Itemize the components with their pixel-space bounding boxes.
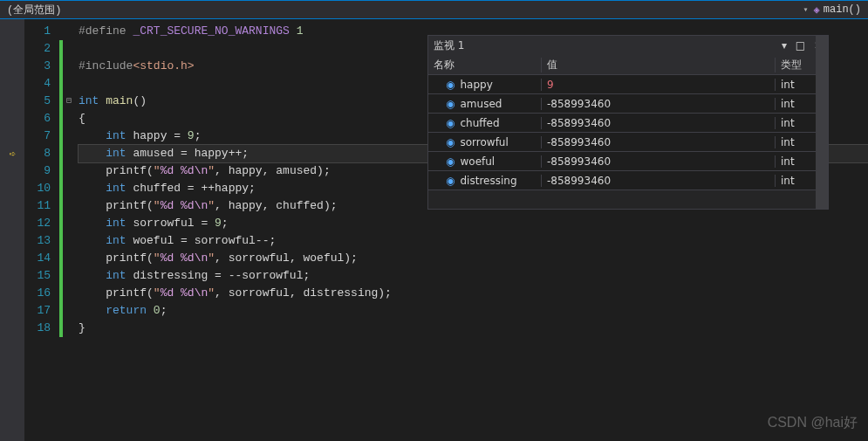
watch-var-value[interactable]: -858993460 <box>542 98 776 110</box>
code-line[interactable]: int sorrowful = 9; <box>79 215 868 232</box>
variable-icon: ◉ <box>446 98 455 110</box>
watch-var-name: chuffed <box>460 117 499 129</box>
variable-icon: ◉ <box>446 79 455 91</box>
breakpoint-gutter[interactable]: ➪ <box>0 19 24 441</box>
line-number: 8 <box>24 145 51 162</box>
line-number: 11 <box>24 197 51 215</box>
fold-toggle <box>63 23 75 40</box>
execution-pointer-icon: ➪ <box>9 148 15 161</box>
line-number: 5 <box>24 93 51 110</box>
fold-toggle <box>63 75 75 93</box>
variable-icon: ◉ <box>446 155 455 168</box>
watch-row[interactable]: ◉distressing-858993460int <box>428 170 828 189</box>
line-number: 1 <box>24 23 51 40</box>
watch-row[interactable]: ◉woeful-858993460int <box>428 151 828 170</box>
line-number: 14 <box>24 250 51 267</box>
watermark: CSDN @hai好 <box>768 414 858 432</box>
code-line[interactable]: return 0; <box>79 302 868 320</box>
col-value[interactable]: 值 <box>542 58 776 72</box>
fold-toggle <box>63 320 75 337</box>
watch-row[interactable]: ◉sorrowful-858993460int <box>428 132 828 151</box>
line-number: 6 <box>24 110 51 127</box>
line-number: 18 <box>24 320 51 337</box>
line-number: 13 <box>24 232 51 250</box>
watch-panel[interactable]: 监视 1 ▾ □ ✕ 名称 值 类型 ◉happy9int◉amused-858… <box>427 35 829 210</box>
dropdown-arrow-icon[interactable]: ▾ <box>803 4 809 15</box>
line-number: 15 <box>24 267 51 285</box>
col-name[interactable]: 名称 <box>428 58 542 72</box>
code-line[interactable]: } <box>79 320 868 337</box>
line-number: 3 <box>24 58 51 75</box>
line-number: 12 <box>24 215 51 232</box>
watch-var-name: woeful <box>460 155 495 168</box>
function-dropdown[interactable]: main() <box>824 3 861 16</box>
code-line[interactable]: int woeful = sorrowful--; <box>79 232 868 250</box>
line-number-gutter: 123456789101112131415161718 <box>24 19 59 441</box>
line-number: 10 <box>24 180 51 197</box>
watch-var-name: sorrowful <box>460 136 508 148</box>
fold-toggle <box>63 180 75 197</box>
code-line[interactable]: printf("%d %d\n", sorrowful, woeful); <box>79 250 868 267</box>
watch-var-value[interactable]: -858993460 <box>542 175 776 187</box>
line-number: 17 <box>24 302 51 320</box>
fold-toggle[interactable]: ⊟ <box>63 93 75 110</box>
watch-scrollbar[interactable] <box>816 36 828 209</box>
watch-row[interactable]: ◉chuffed-858993460int <box>428 113 828 132</box>
variable-icon: ◉ <box>446 136 455 148</box>
dropdown-icon[interactable]: ▾ <box>782 39 787 52</box>
watch-var-name: distressing <box>460 175 516 187</box>
function-icon: ◈ <box>814 3 820 17</box>
watch-title-text: 监视 1 <box>434 38 464 53</box>
fold-toggle <box>63 110 75 127</box>
watch-row[interactable]: ◉amused-858993460int <box>428 93 828 113</box>
fold-toggle <box>63 58 75 75</box>
line-number: 9 <box>24 162 51 180</box>
watch-empty-row[interactable] <box>428 189 828 209</box>
fold-toggle <box>63 40 75 58</box>
fold-toggle <box>63 267 75 285</box>
watch-var-value[interactable]: -858993460 <box>542 155 776 168</box>
watch-row[interactable]: ◉happy9int <box>428 74 828 93</box>
navigation-bar: (全局范围) ▾ ◈ main() <box>0 0 868 19</box>
fold-toggle <box>63 285 75 302</box>
fold-toggle <box>63 145 75 162</box>
watch-header-row: 名称 值 类型 <box>428 55 828 74</box>
fold-toggle <box>63 162 75 180</box>
line-number: 16 <box>24 285 51 302</box>
scope-dropdown[interactable]: (全局范围) <box>7 3 61 17</box>
line-number: 7 <box>24 127 51 145</box>
fold-toggle <box>63 197 75 215</box>
fold-toggle <box>63 250 75 267</box>
watch-var-value[interactable]: -858993460 <box>542 136 776 148</box>
watch-var-value[interactable]: -858993460 <box>542 117 776 129</box>
watch-var-value[interactable]: 9 <box>542 79 776 91</box>
fold-toggle <box>63 302 75 320</box>
fold-gutter[interactable]: ⊟ <box>63 19 75 441</box>
line-number: 4 <box>24 75 51 93</box>
watch-var-name: happy <box>460 79 492 91</box>
watch-titlebar[interactable]: 监视 1 ▾ □ ✕ <box>428 36 828 55</box>
fold-toggle <box>63 232 75 250</box>
maximize-icon[interactable]: □ <box>796 39 805 52</box>
fold-toggle <box>63 215 75 232</box>
code-line[interactable]: int distressing = --sorrowful; <box>79 267 868 285</box>
line-number: 2 <box>24 40 51 58</box>
variable-icon: ◉ <box>446 117 455 129</box>
variable-icon: ◉ <box>446 175 455 187</box>
code-line[interactable]: printf("%d %d\n", sorrowful, distressing… <box>79 285 868 302</box>
fold-toggle <box>63 127 75 145</box>
watch-var-name: amused <box>460 98 502 110</box>
